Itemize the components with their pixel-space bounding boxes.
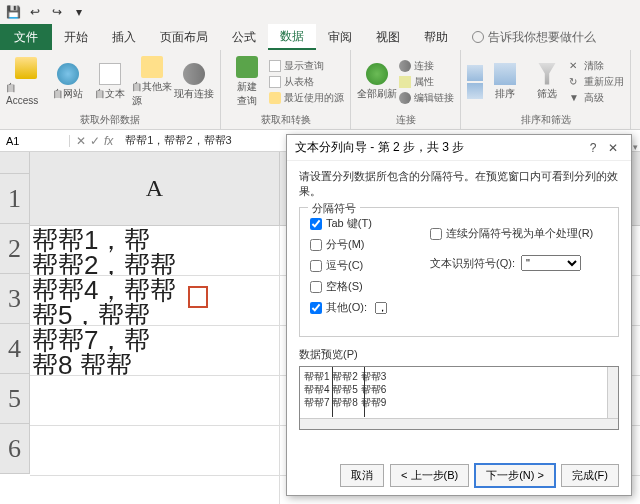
preview-row-1: 帮帮1 帮帮2 帮帮3: [304, 370, 614, 383]
reapply-filter[interactable]: ↻重新应用: [569, 75, 624, 89]
back-button[interactable]: < 上一步(B): [390, 464, 469, 487]
from-web-label: 自网站: [53, 87, 83, 101]
help-button[interactable]: ?: [583, 141, 603, 155]
name-box[interactable]: A1: [0, 135, 70, 147]
delimiters-fieldset: 分隔符号 Tab 键(T) 分号(M) 逗号(C) 空格(S) 其他(O): 连…: [299, 207, 619, 337]
row-header-3[interactable]: 3: [0, 274, 29, 324]
other-checkbox[interactable]: 其他(O):: [310, 300, 608, 315]
cell-a1[interactable]: 帮帮1，帮帮帮2，帮帮: [30, 226, 280, 275]
row-headers: 1 2 3 4 5 6: [0, 174, 30, 474]
cell-a6[interactable]: [30, 476, 280, 504]
preview-hscrollbar[interactable]: [300, 418, 618, 429]
existing-conn-label: 现有连接: [174, 87, 214, 101]
cell-a3[interactable]: 帮帮7，帮帮8 帮帮: [30, 326, 280, 375]
cancel-icon[interactable]: ✕: [76, 134, 86, 148]
qualifier-select[interactable]: ": [521, 255, 581, 271]
group-external-label: 获取外部数据: [6, 111, 214, 129]
select-all-corner[interactable]: [0, 152, 30, 174]
group-sort-label: 排序和筛选: [467, 111, 624, 129]
show-queries[interactable]: 显示查询: [269, 59, 344, 73]
clear-filter[interactable]: ✕清除: [569, 59, 624, 73]
preview-row-3: 帮帮7 帮帮8 帮帮9: [304, 396, 614, 409]
close-icon[interactable]: ✕: [603, 141, 623, 155]
formula-content[interactable]: 帮帮1，帮帮2，帮帮3: [119, 133, 237, 148]
delimiters-legend: 分隔符号: [308, 201, 360, 216]
row-header-2[interactable]: 2: [0, 224, 29, 274]
expand-formula-icon[interactable]: ▾: [633, 142, 638, 152]
sort-desc-icon[interactable]: [467, 83, 483, 99]
tab-formulas[interactable]: 公式: [220, 24, 268, 50]
properties-item[interactable]: 属性: [399, 75, 454, 89]
space-checkbox[interactable]: 空格(S): [310, 279, 608, 294]
row-header-6[interactable]: 6: [0, 424, 29, 474]
connections-item[interactable]: 连接: [399, 59, 454, 73]
cancel-button[interactable]: 取消: [340, 464, 384, 487]
formula-bar-buttons: ✕ ✓ fx: [70, 134, 119, 148]
enter-icon[interactable]: ✓: [90, 134, 100, 148]
from-web-button[interactable]: 自网站: [48, 52, 88, 111]
cell-a2[interactable]: 帮帮4，帮帮帮5，帮帮: [30, 276, 280, 325]
preview-vscrollbar[interactable]: [607, 367, 618, 418]
tab-layout[interactable]: 页面布局: [148, 24, 220, 50]
pv-2-1: 帮帮8: [332, 397, 358, 408]
fx-icon[interactable]: fx: [104, 134, 113, 148]
from-access-button[interactable]: 自 Access: [6, 52, 46, 111]
tab-home[interactable]: 开始: [52, 24, 100, 50]
comma-input[interactable]: [310, 260, 322, 272]
filter-button[interactable]: 筛选: [527, 52, 567, 111]
tab-help[interactable]: 帮助: [412, 24, 460, 50]
row-header-1[interactable]: 1: [0, 174, 29, 224]
new-query-label: 新建 查询: [237, 80, 257, 108]
edit-links-item[interactable]: 编辑链接: [399, 91, 454, 105]
space-input[interactable]: [310, 281, 322, 293]
from-table[interactable]: 从表格: [269, 75, 344, 89]
conn-icon: [399, 60, 411, 72]
undo-icon[interactable]: ↩: [26, 3, 44, 21]
tab-insert[interactable]: 插入: [100, 24, 148, 50]
next-button[interactable]: 下一步(N) >: [475, 464, 555, 487]
save-icon[interactable]: 💾: [4, 3, 22, 21]
connections-list: 连接 属性 编辑链接: [399, 52, 454, 111]
tab-review[interactable]: 审阅: [316, 24, 364, 50]
refresh-all-button[interactable]: 全部刷新: [357, 52, 397, 111]
clear-label: 清除: [584, 59, 604, 73]
grid-icon: [269, 76, 281, 88]
pv-1-0: 帮帮4: [304, 384, 330, 395]
refresh-label: 全部刷新: [357, 87, 397, 101]
sort-button[interactable]: 排序: [485, 52, 525, 111]
cell-a5[interactable]: [30, 426, 280, 475]
tab-data[interactable]: 数据: [268, 24, 316, 50]
sort-asc-icon[interactable]: [467, 65, 483, 81]
finish-button[interactable]: 完成(F): [561, 464, 619, 487]
from-access-label: 自 Access: [6, 81, 46, 106]
space-label: 空格(S): [326, 279, 363, 294]
cell-a4[interactable]: [30, 376, 280, 425]
reapply-icon: ↻: [569, 76, 581, 88]
other-input[interactable]: [310, 302, 322, 314]
from-text-button[interactable]: 自文本: [90, 52, 130, 111]
tab-view[interactable]: 视图: [364, 24, 412, 50]
new-query-button[interactable]: 新建 查询: [227, 52, 267, 111]
tab-file[interactable]: 文件: [0, 24, 52, 50]
semicolon-input[interactable]: [310, 239, 322, 251]
comma-label: 逗号(C): [326, 258, 363, 273]
qat-more-icon[interactable]: ▾: [70, 3, 88, 21]
consecutive-input[interactable]: [430, 228, 442, 240]
group-sort-filter: 排序 筛选 ✕清除 ↻重新应用 ▼高级 排序和筛选: [461, 50, 631, 129]
redo-icon[interactable]: ↪: [48, 3, 66, 21]
consecutive-checkbox[interactable]: 连续分隔符号视为单个处理(R): [430, 226, 593, 241]
existing-conn-button[interactable]: 现有连接: [174, 52, 214, 111]
column-header-a[interactable]: A: [30, 152, 280, 225]
recent-sources[interactable]: 最近使用的源: [269, 91, 344, 105]
consecutive-label: 连续分隔符号视为单个处理(R): [446, 226, 593, 241]
file-icon: [99, 63, 121, 85]
row-header-5[interactable]: 5: [0, 374, 29, 424]
advanced-filter[interactable]: ▼高级: [569, 91, 624, 105]
tab-input[interactable]: [310, 218, 322, 230]
from-other-button[interactable]: 自其他来源: [132, 52, 172, 111]
tell-me[interactable]: 告诉我你想要做什么: [460, 24, 608, 50]
row-header-4[interactable]: 4: [0, 324, 29, 374]
other-delimiter-field[interactable]: [375, 302, 387, 314]
from-other-label: 自其他来源: [132, 80, 172, 108]
bulb-icon: [472, 31, 484, 43]
